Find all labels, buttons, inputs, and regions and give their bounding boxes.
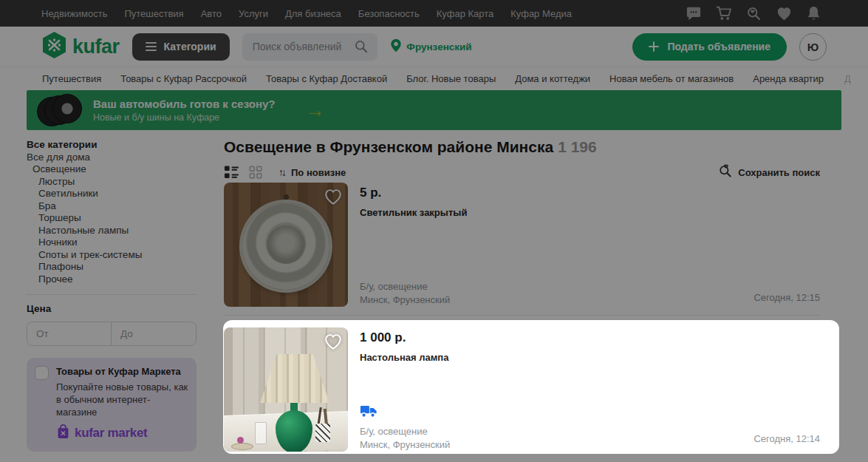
kufar-market-filter-card: Товары от Куфар Маркета Покупайте новые … — [27, 358, 197, 452]
results-column: Освещение в Фрунзенском районе Минска1 1… — [224, 137, 820, 460]
subnav-installment[interactable]: Товары с Куфар Рассрочкой — [120, 73, 247, 84]
kufar-market-title: Товары от Куфар Маркета — [56, 366, 188, 378]
logo-wordmark: kufar — [72, 35, 120, 58]
favorite-heart-icon[interactable] — [324, 333, 343, 353]
sidebar-category-table-lamps[interactable]: Настольные лампы — [27, 225, 213, 237]
flower-shape — [237, 437, 244, 444]
sort-selector[interactable]: ↑↓ По новизне — [278, 166, 346, 178]
save-search-label: Сохранить поиск — [738, 167, 820, 178]
subnav-travel[interactable]: Путешествия — [42, 73, 101, 84]
promo-banner[interactable]: Ваш автомобиль готов к сезону? Новые и б… — [27, 90, 841, 130]
saved-search-icon[interactable] — [746, 6, 762, 21]
submit-listing-button[interactable]: Подать объявление — [632, 33, 787, 61]
submit-listing-label: Подать объявление — [667, 41, 770, 52]
kufar-logo[interactable]: kufar — [41, 31, 120, 62]
sidebar-category-lamps[interactable]: Светильники — [27, 188, 213, 200]
listing-price: 1 000 р. — [360, 330, 820, 345]
categories-button[interactable]: Категории — [132, 33, 230, 61]
sort-arrows-icon: ↑↓ — [278, 166, 284, 178]
top-nav-links: Недвижимость Путешествия Авто Услуги Для… — [41, 8, 572, 19]
top-nav-business[interactable]: Для бизнеса — [285, 8, 341, 19]
sidebar-category-night-lights[interactable]: Ночники — [27, 237, 213, 249]
page-title-text: Освещение в Фрунзенском районе Минска — [224, 138, 553, 155]
brush-cup-shape — [315, 424, 330, 442]
listing-row-table-lamp[interactable]: 1 000 р. Настольная лампа Б/у, освещение… — [224, 316, 820, 460]
sidebar-category-home[interactable]: Все для дома — [27, 152, 213, 164]
price-from-input[interactable] — [27, 322, 112, 345]
kufar-market-checkbox[interactable] — [35, 366, 49, 380]
favorites-heart-icon[interactable] — [776, 7, 792, 21]
top-nav-safety[interactable]: Безопасность — [358, 8, 420, 19]
plus-icon — [649, 41, 659, 52]
sidebar-category-other[interactable]: Прочее — [27, 274, 213, 286]
shopping-bag-icon — [56, 424, 70, 443]
location-pin-icon — [390, 38, 402, 55]
top-nav-kufar-media[interactable]: Куфар Медиа — [510, 8, 572, 19]
round-lamp-inner-shape — [267, 225, 305, 264]
banner-subtitle: Новые и б/у шины на Куфаре — [93, 112, 276, 123]
list-view-icon[interactable] — [224, 165, 239, 180]
sidebar-category-sconces[interactable]: Бра — [27, 200, 213, 213]
top-utility-bar: Недвижимость Путешествия Авто Услуги Для… — [0, 0, 868, 27]
top-nav-auto[interactable]: Авто — [201, 8, 222, 19]
listing-location: Минск, Фрунзенский — [360, 293, 820, 307]
avatar[interactable]: Ю — [799, 33, 827, 61]
cart-icon[interactable] — [716, 6, 731, 21]
secondary-nav: Путешествия Товары с Куфар Рассрочкой То… — [0, 67, 868, 90]
sidebar-category-all[interactable]: Все категории — [27, 139, 213, 152]
dish-shape — [231, 443, 253, 450]
listing-title: Настольная лампа — [360, 352, 820, 363]
subnav-delivery[interactable]: Товары с Куфар Доставкой — [266, 73, 387, 84]
location-label: Фрунзенский — [406, 41, 471, 52]
sidebar-category-chandeliers[interactable]: Люстры — [27, 176, 213, 188]
top-nav-real-estate[interactable]: Недвижимость — [41, 8, 107, 19]
results-count: 1 196 — [558, 138, 597, 155]
sort-label: По новизне — [291, 167, 346, 178]
banner-title: Ваш автомобиль готов к сезону? — [93, 98, 276, 110]
listing-details: 5 р. Светильник закрытый Б/у, освещение … — [360, 183, 820, 307]
page-title: Освещение в Фрунзенском районе Минска1 1… — [224, 137, 820, 157]
categories-button-label: Категории — [164, 41, 216, 52]
price-range-inputs — [27, 322, 197, 346]
subnav-rent[interactable]: Аренда квартир — [753, 73, 824, 84]
sidebar-category-lighting[interactable]: Освещение — [27, 163, 213, 176]
listing-timestamp: Сегодня, 12:15 — [753, 292, 820, 303]
price-filter-title: Цена — [27, 303, 197, 314]
location-selector[interactable]: Фрунзенский — [390, 38, 471, 55]
chat-icon[interactable] — [686, 7, 701, 21]
listings-list: 5 р. Светильник закрытый Б/у, освещение … — [224, 180, 820, 460]
kufar-market-description: Покупайте новые товары, как в обычном ин… — [56, 381, 188, 418]
banner-arrow-icon[interactable]: → — [305, 101, 325, 120]
listing-price: 5 р. — [360, 186, 820, 200]
lamp-hook-shape — [284, 194, 289, 200]
filters-sidebar: Все категории Все для дома Освещение Люс… — [27, 139, 213, 462]
top-nav-kufar-map[interactable]: Куфар Карта — [437, 8, 493, 19]
subnav-truncated-item: Д — [844, 73, 851, 84]
top-nav-travel[interactable]: Путешествия — [124, 8, 183, 19]
listing-thumbnail[interactable] — [224, 327, 348, 452]
kufar-market-logo[interactable]: kufar market — [56, 424, 188, 443]
sidebar-category-spots[interactable]: Споты и трек-системы — [27, 249, 213, 262]
save-search-button[interactable]: Сохранить поиск — [718, 163, 820, 181]
grid-view-icon[interactable] — [249, 166, 263, 180]
sidebar-category-floor-lamps[interactable]: Торшеры — [27, 212, 213, 225]
listing-location: Минск, Фрунзенский — [360, 438, 820, 452]
notifications-bell-icon[interactable] — [807, 6, 821, 21]
subnav-furniture[interactable]: Новая мебель от магазинов — [609, 73, 734, 84]
save-search-icon — [718, 163, 733, 181]
subnav-houses[interactable]: Дома и коттеджи — [515, 73, 590, 84]
listing-details: 1 000 р. Настольная лампа Б/у, освещение… — [360, 327, 820, 452]
results-toolbar: ↑↓ По новизне Сохранить поиск — [224, 164, 820, 180]
subnav-blog[interactable]: Блог. Новые товары — [406, 73, 496, 84]
listing-row-ceiling-lamp[interactable]: 5 р. Светильник закрытый Б/у, освещение … — [224, 180, 820, 316]
tires-image — [37, 93, 83, 127]
favorite-heart-icon[interactable] — [324, 188, 343, 208]
price-to-input[interactable] — [112, 322, 196, 345]
listing-title: Светильник закрытый — [360, 207, 820, 218]
listing-thumbnail[interactable] — [224, 183, 348, 307]
search-magnifier-icon[interactable] — [354, 39, 369, 57]
content-area: Все категории Все для дома Освещение Люс… — [0, 130, 868, 462]
top-nav-services[interactable]: Услуги — [239, 8, 268, 19]
listing-condition: Б/у, освещение — [360, 425, 820, 438]
sidebar-category-shades[interactable]: Плафоны — [27, 261, 213, 274]
